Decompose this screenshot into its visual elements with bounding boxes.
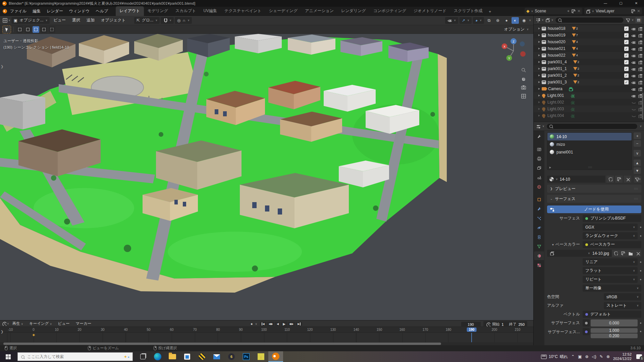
timeline-scrollbar[interactable] <box>3 343 441 345</box>
animate-dot[interactable] <box>640 279 641 280</box>
menu-object[interactable]: オブジェクト <box>98 17 128 23</box>
hidden-eye-icon[interactable] <box>631 107 636 111</box>
axis-minus-z-handle[interactable] <box>520 42 525 47</box>
hidemaru-bee-icon[interactable] <box>195 351 209 362</box>
map-tool-icon[interactable] <box>254 351 268 362</box>
outliner-scrollbar[interactable] <box>642 93 643 120</box>
expand-icon[interactable] <box>538 115 540 117</box>
pen-icon[interactable]: ✎ <box>600 354 603 359</box>
tab-compositing[interactable]: コンポジティング <box>370 6 410 16</box>
animate-dot[interactable] <box>640 235 641 237</box>
surface-shader-field[interactable]: プリンシプルBSDF <box>583 215 641 222</box>
tab-object[interactable] <box>534 195 544 204</box>
outliner-row[interactable]: house0197✓ <box>534 32 644 39</box>
hide-eye-icon[interactable] <box>631 94 636 98</box>
tab-texture-paint[interactable]: テクスチャペイント <box>221 6 265 16</box>
base-color-field[interactable]: ベースカラー <box>583 241 641 248</box>
use-nodes-button[interactable]: ノードを使用 <box>547 205 641 213</box>
hidden-eye-icon[interactable] <box>631 100 636 105</box>
fake-user-button[interactable] <box>606 176 614 183</box>
current-frame-field[interactable]: 190 <box>461 322 481 327</box>
select-mode-tweak-button[interactable] <box>16 26 23 33</box>
network-icon[interactable]: ⊕ <box>585 354 589 359</box>
axis-minus-x-handle[interactable] <box>520 51 526 57</box>
expand-icon[interactable] <box>538 61 540 63</box>
file-explorer-icon[interactable] <box>165 351 180 362</box>
gizmos-dropdown[interactable]: ↗∨ <box>460 17 472 24</box>
tab-particles[interactable] <box>534 214 544 223</box>
exclude-checkbox[interactable]: ✓ <box>624 53 629 58</box>
tab-modeling[interactable]: モデリング <box>144 6 172 16</box>
hide-eye-icon[interactable] <box>631 67 636 71</box>
tab-view-layer[interactable] <box>534 164 544 172</box>
new-material-button[interactable] <box>615 176 623 183</box>
select-mode-subtract-button[interactable] <box>41 26 47 33</box>
tab-world[interactable] <box>534 182 544 191</box>
animate-dot[interactable] <box>640 227 641 228</box>
jump-to-start-button[interactable]: ◀ <box>260 322 266 326</box>
image-new-button[interactable] <box>619 250 627 257</box>
animate-dot[interactable] <box>640 270 641 272</box>
editor-type-icon[interactable] <box>2 18 7 23</box>
hide-eye-icon[interactable] <box>631 73 636 78</box>
exclude-checkbox[interactable]: ✓ <box>624 67 629 71</box>
expand-icon[interactable] <box>538 74 540 76</box>
view-object-types-dropdown[interactable]: ∨ <box>445 17 458 24</box>
expand-icon[interactable] <box>538 101 540 103</box>
maximize-button[interactable]: ▢ <box>613 0 629 7</box>
animate-dot[interactable] <box>640 261 641 263</box>
outliner-row[interactable]: Light.003 <box>534 106 644 112</box>
menu-view[interactable]: ビュー <box>51 17 68 23</box>
extension-dropdown[interactable]: リピート∨ <box>583 276 638 283</box>
menu-help[interactable]: ヘルプ <box>93 8 111 14</box>
keyframe-marker[interactable] <box>32 334 36 337</box>
timeline-region-toggle[interactable]: ❯ <box>1 330 3 334</box>
media-player-icon[interactable]: 6 <box>224 351 239 362</box>
menu-file[interactable]: ファイル <box>7 8 30 14</box>
expand-icon[interactable] <box>549 167 551 169</box>
outliner-row[interactable]: house0224✓ <box>534 52 644 59</box>
hide-eye-icon[interactable] <box>631 40 636 44</box>
hide-eye-icon[interactable] <box>631 33 636 38</box>
tab-scene[interactable] <box>534 173 544 182</box>
hide-eye-icon[interactable] <box>631 60 636 64</box>
timeline-ruler[interactable]: -10 0 10 20 30 40 50 60 70 80 90 100 110… <box>0 327 533 333</box>
transform-orientation-dropdown[interactable]: ⇱ グロ... ∨ <box>134 17 160 24</box>
tab-material[interactable] <box>534 251 544 260</box>
exclude-checkbox[interactable]: ✓ <box>624 40 629 44</box>
properties-editor-icon[interactable] <box>536 124 540 128</box>
expand-icon[interactable] <box>538 95 540 97</box>
tab-uv-editing[interactable]: UV編集 <box>200 6 221 16</box>
filter-icon[interactable] <box>626 18 630 22</box>
exclude-checkbox[interactable]: ✓ <box>624 47 629 51</box>
photoshop-icon[interactable]: Ps <box>239 351 254 362</box>
hide-eye-icon[interactable] <box>631 26 636 31</box>
disable-render-icon[interactable] <box>638 87 643 91</box>
disable-render-icon[interactable] <box>638 80 643 84</box>
playhead-line[interactable] <box>471 333 472 342</box>
menu-edit[interactable]: 編集 <box>30 8 44 14</box>
hidden-eye-icon[interactable] <box>631 114 636 118</box>
expand-icon[interactable] <box>538 88 540 90</box>
animate-dot[interactable] <box>640 322 641 324</box>
auto-keying-button[interactable]: ● <box>249 321 255 326</box>
timeline-tracks[interactable] <box>0 333 533 342</box>
outliner-row[interactable]: Light.004 <box>534 112 644 119</box>
properties-options-dropdown[interactable]: ∨ <box>640 125 642 128</box>
play-reverse-button[interactable]: ◀ <box>275 322 280 326</box>
outliner-row[interactable]: house0182✓ <box>534 25 644 32</box>
display-mode-icon[interactable] <box>545 18 550 22</box>
properties-search-input[interactable] <box>546 123 638 129</box>
start-button[interactable] <box>0 351 16 362</box>
tab-scripting[interactable]: スクリプト作成 <box>450 6 486 16</box>
active-tool-select-box-button[interactable] <box>3 26 11 33</box>
slot-specials-dropdown[interactable]: ∨ <box>634 150 641 157</box>
menu-render[interactable]: レンダー <box>44 8 66 14</box>
disable-render-icon[interactable] <box>638 53 643 58</box>
outliner-row[interactable]: Light.001 <box>534 92 644 99</box>
animate-dot[interactable] <box>640 331 641 332</box>
exclude-checkbox[interactable]: ✓ <box>624 73 629 78</box>
tab-geometry-nodes[interactable]: ジオメトリノード <box>410 6 450 16</box>
tab-layout[interactable]: レイアウト <box>116 6 144 16</box>
new-collection-button[interactable]: ▤ <box>635 17 642 23</box>
